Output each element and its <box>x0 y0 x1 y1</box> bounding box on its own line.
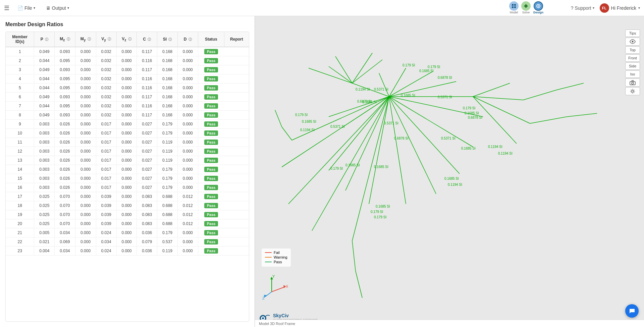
user-name[interactable]: Hi Frederick <box>611 5 636 11</box>
user-area[interactable]: FL Hi Frederick ▾ <box>600 3 640 13</box>
support-button[interactable]: ? Support ▾ <box>571 5 594 11</box>
svg-text:0.1194 SI: 0.1194 SI <box>488 145 502 149</box>
member-value: 0.032 <box>96 74 116 84</box>
member-value: 0.027 <box>137 183 157 192</box>
file-icon: 📄 <box>17 5 23 11</box>
member-value: 0.168 <box>157 56 178 65</box>
member-value: 0.000 <box>116 138 137 147</box>
table-container[interactable]: MemberID(s) P ⓘ Mz ⓘ My ⓘ Vy ⓘ Vz ⓘ C ⓘ … <box>5 32 249 322</box>
svg-point-77 <box>632 82 634 84</box>
member-design-table: MemberID(s) P ⓘ Mz ⓘ My ⓘ Vy ⓘ Vz ⓘ C ⓘ … <box>6 32 249 256</box>
member-value: 0.070 <box>55 219 75 228</box>
chat-button[interactable] <box>625 304 639 318</box>
settings-icon-button[interactable] <box>625 87 640 95</box>
iso-view-button[interactable]: Iso <box>625 70 640 78</box>
table-body: 10.0490.0930.0000.0320.0000.1170.1680.00… <box>6 47 249 256</box>
member-value: 0.000 <box>177 237 198 247</box>
member-value: 0.179 <box>157 183 178 192</box>
table-row: 200.0250.0700.0000.0390.0000.0830.6880.0… <box>6 219 249 228</box>
top-view-button[interactable]: Top <box>625 46 640 54</box>
status-badge: Pass <box>204 248 218 254</box>
member-value: 0.049 <box>34 111 55 120</box>
table-row: 220.0210.0690.0000.0340.0000.0790.5370.0… <box>6 237 249 247</box>
member-id: 7 <box>6 102 34 111</box>
member-value: 0.117 <box>137 47 157 56</box>
hamburger-button[interactable]: ☰ <box>4 4 9 12</box>
member-value: 0.000 <box>75 165 96 174</box>
member-value: 0.000 <box>75 93 96 102</box>
mode-design-button[interactable] <box>534 1 543 11</box>
status-bar: Model 3D Roof Frame <box>255 320 644 327</box>
col-status: Status <box>198 32 224 47</box>
svg-point-75 <box>632 41 634 43</box>
camera-icon-button[interactable] <box>625 78 640 87</box>
member-value: 0.012 <box>177 219 198 228</box>
member-value: 0.027 <box>137 174 157 183</box>
svg-text:0.1685 SI: 0.1685 SI <box>376 205 390 208</box>
member-value: 0.027 <box>137 120 157 129</box>
member-value: 0.039 <box>96 219 116 228</box>
member-value: 0.049 <box>34 93 55 102</box>
member-value: 0.000 <box>116 102 137 111</box>
svg-text:0.1685 SI: 0.1685 SI <box>302 120 316 123</box>
svg-text:0.5371 SI: 0.5371 SI <box>384 121 398 125</box>
member-value: 0.026 <box>55 138 75 147</box>
eye-icon-button[interactable] <box>625 38 640 46</box>
status-badge: Pass <box>204 230 218 235</box>
member-value: 0.093 <box>55 47 75 56</box>
member-value: 0.000 <box>75 237 96 247</box>
member-value: 0.119 <box>157 138 178 147</box>
member-value: 0.000 <box>75 102 96 111</box>
mode-icons: Model Solve Design <box>509 1 543 14</box>
member-value: 0.017 <box>96 120 116 129</box>
svg-text:0.1685 SI: 0.1685 SI <box>419 69 434 73</box>
member-value: 0.025 <box>34 210 55 219</box>
svg-rect-6 <box>255 16 644 327</box>
file-menu[interactable]: 📄 File ▾ <box>15 4 38 12</box>
member-value: 0.003 <box>34 156 55 165</box>
table-row: 100.0030.0260.0000.0170.0000.0270.1790.0… <box>6 129 249 138</box>
member-value: 0.093 <box>55 111 75 120</box>
member-value: 0.168 <box>157 93 178 102</box>
svg-text:0.1194 SI: 0.1194 SI <box>498 152 513 155</box>
tips-button[interactable]: Tips <box>625 30 640 37</box>
member-value: 0.039 <box>96 210 116 219</box>
side-view-button[interactable]: Side <box>625 62 640 70</box>
output-menu[interactable]: 🖥 Output ▾ <box>43 4 72 12</box>
svg-text:Y: Y <box>272 274 275 278</box>
member-value: 0.000 <box>75 56 96 65</box>
mode-solve-group[interactable]: Solve <box>521 1 531 14</box>
member-value: 0.000 <box>116 165 137 174</box>
member-value: 0.070 <box>55 210 75 219</box>
member-value: 0.000 <box>75 210 96 219</box>
mode-model-button[interactable] <box>509 1 519 11</box>
member-value: 0.083 <box>137 201 157 210</box>
member-value: 0.000 <box>116 228 137 237</box>
member-id: 2 <box>6 56 34 65</box>
member-id: 3 <box>6 65 34 74</box>
status-badge: Pass <box>204 239 218 244</box>
axis-indicator: Y X Z <box>262 273 288 300</box>
member-value: 0.036 <box>137 228 157 237</box>
legend-fail: Fail <box>265 251 287 255</box>
member-id: 23 <box>6 247 34 256</box>
svg-text:0.5371 SI: 0.5371 SI <box>374 88 388 91</box>
svg-point-89 <box>262 317 264 319</box>
front-view-button[interactable]: Front <box>625 54 640 62</box>
member-value: 0.083 <box>137 210 157 219</box>
member-id: 8 <box>6 111 34 120</box>
mode-solve-button[interactable] <box>521 1 531 11</box>
svg-text:0.6878 SI: 0.6878 SI <box>394 137 409 140</box>
mode-model-group[interactable]: Model <box>509 1 519 14</box>
status-badge: Pass <box>204 185 218 190</box>
col-member-id: MemberID(s) <box>6 32 34 47</box>
mode-design-group[interactable]: Design <box>533 1 543 14</box>
svg-text:0.179 SI: 0.179 SI <box>428 65 440 69</box>
svg-text:0.179 SI: 0.179 SI <box>374 215 386 219</box>
member-value: 0.000 <box>75 228 96 237</box>
member-value: 0.027 <box>137 138 157 147</box>
structure-svg: 0.179 SI 0.179 SI 0.1685 SI 0.6878 SI 0.… <box>255 16 644 327</box>
member-value: 0.003 <box>34 174 55 183</box>
member-value: 0.116 <box>137 102 157 111</box>
status-badge: Pass <box>204 94 218 100</box>
